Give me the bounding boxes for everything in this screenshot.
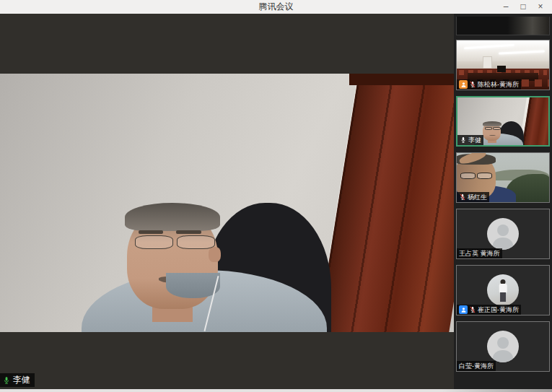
room-door bbox=[483, 56, 492, 69]
participant-name-label: 王占英 黄海所 bbox=[457, 248, 502, 258]
partial-thumbnail[interactable] bbox=[456, 17, 550, 35]
participant-name-label: 李健 bbox=[457, 135, 483, 145]
avatar-silhouette-body bbox=[493, 350, 513, 362]
avatar-silhouette-head bbox=[497, 337, 509, 349]
participant-name: 陈松林-黄海所 bbox=[478, 80, 519, 89]
window-bottom-edge bbox=[0, 389, 552, 392]
glasses-lens bbox=[485, 127, 492, 130]
participant-tile-active[interactable]: 李健 bbox=[456, 96, 550, 147]
speaker-eyebrow bbox=[176, 230, 201, 234]
participants-sidebar: 陈松林-黄海所 bbox=[454, 14, 552, 389]
tencent-meeting-window: 腾讯会议 – □ × bbox=[0, 0, 552, 392]
figure-legs bbox=[500, 292, 506, 302]
glasses-lens bbox=[477, 173, 492, 179]
participant-tile[interactable]: 陈松林-黄海所 bbox=[456, 40, 550, 90]
avatar-silhouette-head bbox=[497, 225, 509, 236]
title-bar: 腾讯会议 – □ × bbox=[0, 0, 552, 14]
speaker-glasses bbox=[135, 235, 214, 250]
mic-muted-icon bbox=[459, 193, 466, 201]
mic-muted-icon bbox=[469, 306, 476, 313]
speaker-eyebrow bbox=[139, 230, 164, 234]
participant-name: 李健 bbox=[468, 136, 481, 144]
main-video-stage: 李健 bbox=[0, 14, 454, 389]
user-badge-icon bbox=[459, 305, 468, 314]
participant-name: 王占英 黄海所 bbox=[459, 249, 500, 258]
minimize-button[interactable]: – bbox=[497, 0, 514, 14]
figure-torso bbox=[499, 284, 507, 292]
participant-tile[interactable]: 崔正国-黄海所 bbox=[456, 265, 550, 315]
window-controls: – □ × bbox=[497, 0, 549, 14]
mic-on-icon bbox=[2, 376, 11, 385]
room-monitor bbox=[497, 66, 506, 73]
avatar-placeholder bbox=[487, 331, 519, 362]
speaker-name-label: 李健 bbox=[0, 373, 35, 387]
participant-glasses bbox=[460, 173, 492, 179]
shirt-collar bbox=[166, 273, 220, 299]
speaker-glasses bbox=[485, 127, 501, 130]
participant-name-label: 崔正国-黄海所 bbox=[457, 305, 521, 315]
avatar-placeholder bbox=[487, 218, 519, 250]
participant-name-label: 白莹-黄海所 bbox=[457, 361, 496, 371]
participant-tile[interactable]: 杨红生 bbox=[456, 152, 550, 203]
meeting-content: 李健 bbox=[0, 14, 552, 389]
participant-name: 杨红生 bbox=[468, 193, 487, 201]
participant-name-label: 陈松林-黄海所 bbox=[457, 79, 521, 90]
avatar-photo bbox=[487, 274, 519, 306]
maximize-button[interactable]: □ bbox=[514, 0, 532, 14]
mic-muted-icon bbox=[469, 81, 476, 88]
glasses-lens bbox=[460, 173, 476, 179]
speaker-hair bbox=[125, 203, 220, 231]
participant-name: 崔正国-黄海所 bbox=[478, 305, 519, 314]
participant-tile[interactable]: 王占英 黄海所 bbox=[456, 209, 550, 259]
glasses-lens bbox=[135, 235, 172, 250]
glasses-lens bbox=[493, 127, 500, 130]
main-video[interactable] bbox=[0, 74, 454, 332]
glasses-lens bbox=[177, 235, 214, 250]
speaker-hair bbox=[483, 121, 501, 126]
meeting-room-badge-icon bbox=[459, 80, 468, 89]
window-title: 腾讯会议 bbox=[259, 1, 294, 13]
participant-tile[interactable]: 白莹-黄海所 bbox=[456, 321, 550, 372]
speaker-name: 李健 bbox=[13, 374, 30, 386]
office-scene bbox=[0, 74, 454, 332]
close-button[interactable]: × bbox=[532, 0, 549, 14]
participant-name-label: 杨红生 bbox=[457, 192, 489, 202]
mic-on-icon bbox=[460, 136, 467, 144]
wood-rail bbox=[349, 74, 454, 85]
participant-name: 白莹-黄海所 bbox=[459, 362, 494, 370]
